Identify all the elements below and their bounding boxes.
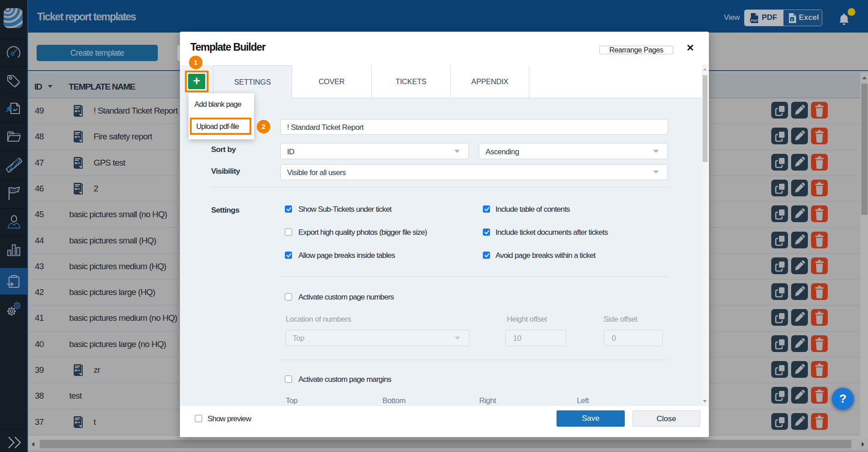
svg-text:PDF: PDF [751, 19, 758, 23]
svg-text:x: x [791, 17, 793, 22]
